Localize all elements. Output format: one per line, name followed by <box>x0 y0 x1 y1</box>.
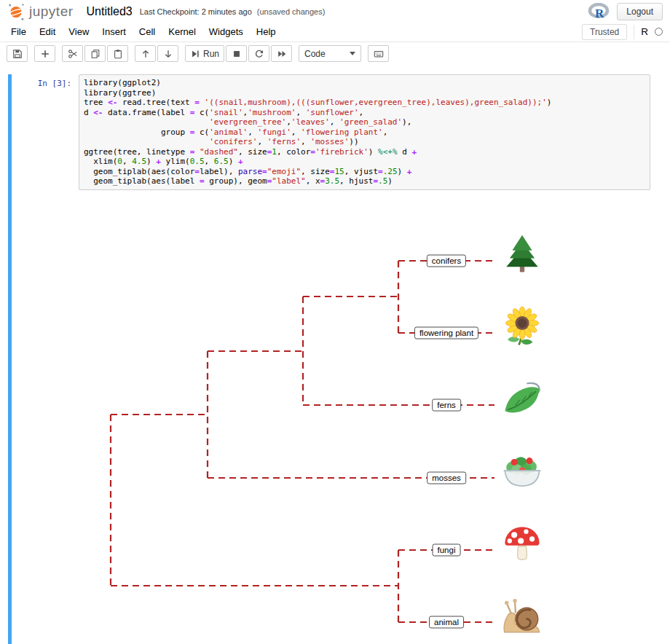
fast-forward-icon <box>277 49 287 59</box>
menu-item-edit[interactable]: Edit <box>33 23 62 40</box>
save-button[interactable] <box>7 45 28 62</box>
arrow-up-icon <box>141 49 151 59</box>
group-label-flowering-plant: flowering plant <box>414 326 478 339</box>
menu-bar: FileEditViewInsertCellKernelWidgetsHelp … <box>0 22 670 42</box>
run-icon <box>190 49 200 59</box>
cell-type-value: Code <box>304 49 326 59</box>
run-button[interactable]: Run <box>185 45 224 62</box>
evergreen-tree-emoji <box>506 235 538 272</box>
paste-cells-button[interactable] <box>107 45 128 62</box>
cut-cells-button[interactable] <box>62 45 83 62</box>
keyboard-icon <box>374 49 384 59</box>
kernel-name: R <box>641 26 648 37</box>
arrow-down-icon <box>163 49 173 59</box>
toolbar: Run Code <box>0 42 670 65</box>
snail-emoji <box>504 598 539 632</box>
logout-button[interactable]: Logout <box>617 3 663 20</box>
menu-item-help[interactable]: Help <box>250 23 283 40</box>
kernel-status-icon <box>655 28 663 36</box>
interrupt-kernel-button[interactable] <box>226 45 247 62</box>
paste-icon <box>113 49 123 59</box>
cell-type-dropdown[interactable]: Code <box>299 45 361 62</box>
unsaved-status: (unsaved changes) <box>257 7 326 16</box>
svg-text:R: R <box>595 7 604 20</box>
copy-cells-button[interactable] <box>84 45 106 62</box>
tree-branches <box>111 261 494 622</box>
menu-item-kernel[interactable]: Kernel <box>162 23 202 40</box>
command-palette-button[interactable] <box>368 45 389 62</box>
menu-item-view[interactable]: View <box>62 23 95 40</box>
plus-icon <box>40 49 50 59</box>
menu-item-file[interactable]: File <box>4 23 33 40</box>
group-label-mosses: mosses <box>427 471 466 484</box>
menu-item-insert[interactable]: Insert <box>95 23 133 40</box>
group-label-animal: animal <box>429 616 464 628</box>
move-cell-up-button[interactable] <box>135 45 156 62</box>
trusted-badge[interactable]: Trusted <box>582 24 627 40</box>
scissors-icon <box>68 49 78 59</box>
jupyter-logo-icon <box>6 1 26 22</box>
green-salad-emoji <box>504 457 541 486</box>
r-kernel-logo: R <box>588 3 610 20</box>
notebook-header: jupyter Untitled3 Last Checkpoint: 2 min… <box>0 0 670 22</box>
chevron-down-icon <box>350 52 355 58</box>
code-editor[interactable]: library(ggplot2)library(ggtree)tree <- r… <box>79 74 650 190</box>
tree-plot: conifersflowering plantfernsmossesfungia… <box>0 197 670 644</box>
restart-run-all-button[interactable] <box>271 45 292 62</box>
group-label-fungi: fungi <box>433 543 461 556</box>
menu-items: FileEditViewInsertCellKernelWidgetsHelp <box>4 23 283 40</box>
sunflower-emoji <box>505 306 538 345</box>
checkpoint-status: Last Checkpoint: 2 minutes ago <box>140 7 252 16</box>
cell-input-area: In [3]: library(ggplot2)library(ggtree)t… <box>12 74 670 190</box>
run-button-label: Run <box>203 49 219 59</box>
input-prompt: In [3]: <box>12 74 79 190</box>
phylogenetic-tree-svg <box>0 197 670 644</box>
restart-kernel-button[interactable] <box>248 45 269 62</box>
copy-icon <box>90 49 100 59</box>
group-label-ferns: ferns <box>432 398 461 411</box>
notebook-title[interactable]: Untitled3 <box>87 5 133 18</box>
save-icon <box>12 49 23 59</box>
jupyter-logo[interactable]: jupyter <box>6 1 74 22</box>
tree-tip-emojis <box>504 235 541 632</box>
menu-item-cell[interactable]: Cell <box>133 23 162 40</box>
mushroom-emoji <box>505 527 539 559</box>
group-label-conifers: conifers <box>427 254 466 267</box>
notebook-area: In [3]: library(ggplot2)library(ggtree)t… <box>0 65 670 644</box>
menubar-separator <box>634 25 634 39</box>
code-cell[interactable]: In [3]: library(ggplot2)library(ggtree)t… <box>8 74 670 644</box>
leaf-emoji <box>505 382 539 412</box>
jupyter-logo-text: jupyter <box>29 4 74 20</box>
move-cell-down-button[interactable] <box>157 45 178 62</box>
insert-cell-below-button[interactable] <box>34 45 55 62</box>
menu-item-widgets[interactable]: Widgets <box>202 23 250 40</box>
restart-icon <box>254 49 264 59</box>
cell-output-area: conifersflowering plantfernsmossesfungia… <box>12 197 670 644</box>
stop-icon <box>232 49 242 59</box>
